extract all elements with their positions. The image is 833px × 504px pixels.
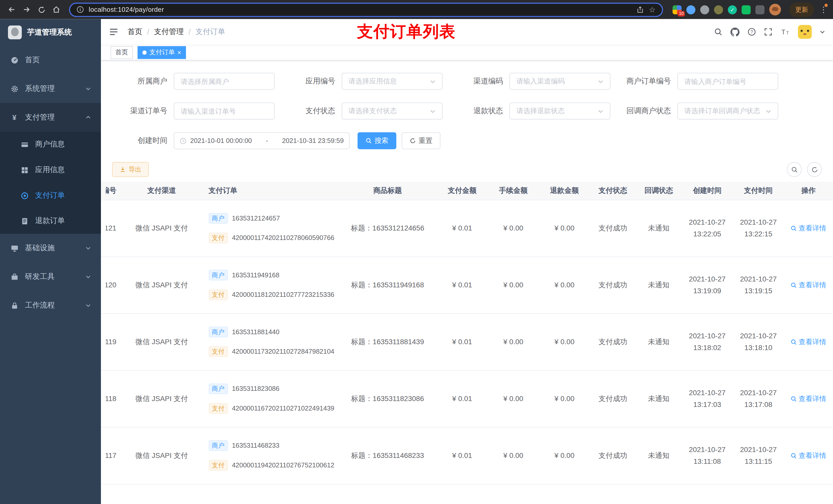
fee-amount: ¥ 0.00 (488, 313, 539, 370)
filter-label: 渠道订单号 (112, 106, 174, 116)
search-icon[interactable] (714, 28, 722, 36)
table-toolbar: 导出 (101, 162, 833, 182)
main-area: 首页 / 支付管理 / 支付订单 支付订单列表 ? TT (101, 19, 833, 504)
refund-status-select[interactable]: 请选择退款状态 (509, 102, 611, 119)
url-bar[interactable]: localhost:1024/pay/order ☆ (69, 2, 663, 17)
sidebar-item-payment[interactable]: ¥ 支付管理 (0, 103, 101, 131)
search-button[interactable]: 搜索 (358, 132, 396, 149)
merchant-order-no: 1635311949168 (232, 271, 280, 279)
create-time: 2021-10-2713:22:05 (682, 200, 733, 257)
search-button-label: 搜索 (375, 136, 388, 145)
app-shell: 芋道管理系统 首页 系统管理 ¥ 支付管理 商户信息 (0, 19, 833, 504)
screen: localhost:1024/pay/order ☆ 10 ✓ 更新 ⋮ 芋道管… (0, 0, 833, 504)
extension-gray-icon[interactable] (700, 5, 709, 14)
back-button[interactable] (5, 3, 18, 16)
user-avatar[interactable] (798, 25, 812, 39)
extension-chat-icon[interactable] (742, 5, 751, 14)
export-button[interactable]: 导出 (112, 162, 149, 177)
select-placeholder: 请输入渠道编码 (516, 77, 565, 86)
extension-olive-icon[interactable] (714, 5, 723, 14)
toggle-search-button[interactable] (787, 162, 802, 177)
sidebar-item-infrastructure[interactable]: 基础设施 (0, 234, 101, 263)
app-no-select[interactable]: 请选择应用信息 (342, 73, 443, 90)
home-button[interactable] (50, 3, 63, 16)
fullscreen-icon[interactable] (764, 28, 772, 36)
tab-home[interactable]: 首页 (111, 46, 133, 58)
create-time: 2021-10-2713:11:08 (682, 427, 733, 484)
view-detail-link[interactable]: 查看详情 (791, 280, 826, 290)
pay-tag: 支付 (209, 289, 228, 300)
forward-button[interactable] (20, 3, 33, 16)
view-detail-link[interactable]: 查看详情 (791, 337, 826, 346)
merchant-tag: 商户 (209, 383, 228, 394)
reset-button[interactable]: 重置 (402, 132, 440, 149)
sidebar-item-devtools[interactable]: 研发工具 (0, 263, 101, 291)
pay-time: 2021-10-2713:11:15 (733, 427, 784, 484)
breadcrumb-item[interactable]: 支付管理 (154, 27, 184, 37)
extension-drop-icon[interactable] (687, 5, 695, 14)
pay-status: 支付成功 (590, 370, 636, 427)
merchant-select-input[interactable] (174, 73, 275, 90)
channel-pay-no: 4200001181202110277723215336 (232, 291, 334, 298)
table-header-cell: 退款金额 (539, 182, 590, 200)
merchant-order-no: 1635311468233 (232, 442, 280, 450)
sidebar-item-workflow[interactable]: 工作流程 (0, 291, 101, 320)
extension-dark-puzzle-icon[interactable] (755, 5, 764, 14)
sidebar-item-home[interactable]: 首页 (0, 46, 101, 74)
order-id: 120 (106, 281, 116, 289)
table-row: 116微信 JSAPI 支付商户1635311157363 (101, 484, 833, 504)
update-button[interactable]: 更新 (789, 2, 814, 17)
view-detail-link[interactable]: 查看详情 (791, 223, 826, 233)
pay-status-select[interactable]: 请选择支付状态 (342, 102, 443, 119)
svg-text:T: T (782, 28, 785, 35)
merchant-order-no-input[interactable] (677, 73, 778, 90)
channel-code-select[interactable]: 请输入渠道编码 (509, 73, 611, 90)
chevron-up-icon (86, 115, 91, 120)
breadcrumb-item[interactable]: 首页 (127, 27, 142, 37)
create-time (682, 484, 733, 504)
pay-tag: 支付 (209, 233, 228, 243)
browser-toolbar: localhost:1024/pay/order ☆ 10 ✓ 更新 ⋮ (0, 0, 833, 19)
site-info-icon[interactable] (77, 6, 84, 13)
merchant-tag: 商户 (209, 327, 228, 337)
caret-down-icon[interactable] (820, 29, 825, 34)
app-logo-row[interactable]: 芋道管理系统 (0, 19, 101, 46)
browser-menu-icon[interactable]: ⋮ (819, 5, 828, 14)
menu-toggle-button[interactable] (109, 27, 118, 37)
bookmark-star-icon[interactable]: ☆ (649, 5, 656, 14)
sidebar-item-app-info[interactable]: 应用信息 (0, 157, 101, 183)
tab-close-icon[interactable]: × (177, 49, 181, 55)
pay-time: 2021-10-2713:18:10 (733, 313, 784, 370)
sidebar-item-refund-order[interactable]: 退款订单 (0, 208, 101, 234)
merchant-tag: 商户 (209, 213, 228, 223)
create-time: 2021-10-2713:18:02 (682, 313, 733, 370)
sidebar-item-label: 支付管理 (25, 113, 54, 122)
tab-pay-order[interactable]: 支付订单 × (138, 46, 186, 58)
callback-status-select[interactable]: 请选择订单回调商户状态 (677, 102, 778, 119)
browser-profile-avatar[interactable] (769, 4, 781, 16)
extension-puzzle-icon[interactable]: 10 (673, 5, 682, 14)
extension-check-icon[interactable]: ✓ (728, 5, 737, 14)
product-title: 标题：1635311949168 (339, 257, 437, 313)
view-detail-link[interactable]: 查看详情 (791, 394, 826, 403)
table-header-cell: 创建时间 (682, 182, 733, 200)
share-icon[interactable] (637, 6, 644, 13)
refresh-list-button[interactable] (807, 162, 822, 177)
svg-text:?: ? (751, 29, 753, 34)
product-title: 标题：1635311823086 (339, 370, 437, 427)
pay-channel: 微信 JSAPI 支付 (119, 484, 205, 504)
page-content: 所属商户 应用编号 请选择应用信息 渠道编码 请输入渠道编码 商户订单编号 (101, 61, 833, 504)
channel-order-no-input[interactable] (174, 102, 275, 119)
reload-button[interactable] (35, 3, 48, 16)
github-icon[interactable] (731, 27, 739, 37)
font-size-icon[interactable]: TT (781, 28, 790, 36)
view-detail-link[interactable]: 查看详情 (791, 451, 826, 460)
pay-tag: 支付 (209, 346, 228, 357)
sidebar-item-label: 支付订单 (35, 191, 65, 200)
create-time-range-input[interactable]: 2021-10-01 00:00:00 - 2021-10-31 23:59:5… (174, 132, 349, 149)
sidebar-item-merchant-info[interactable]: 商户信息 (0, 131, 101, 157)
export-button-label: 导出 (128, 165, 141, 174)
sidebar-item-pay-order[interactable]: 支付订单 (0, 183, 101, 208)
help-icon[interactable]: ? (747, 28, 756, 36)
sidebar-item-system[interactable]: 系统管理 (0, 74, 101, 103)
